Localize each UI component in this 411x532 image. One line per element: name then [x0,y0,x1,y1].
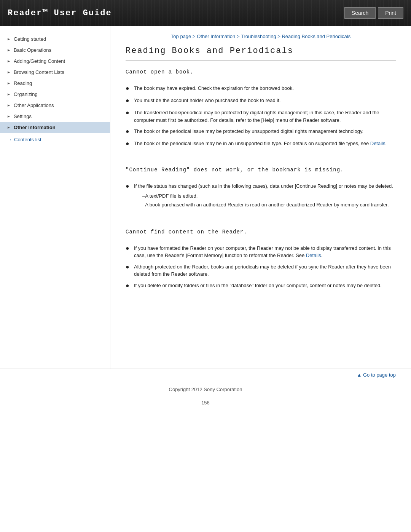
search-button[interactable]: Search [344,7,376,19]
list-item: ● Although protected on the Reader, book… [126,263,396,278]
bullet-icon: ● [126,127,132,136]
sidebar-item-label: Reading [14,80,32,86]
section-title-cannot-find-content: Cannot find content on the Reader. [126,229,396,239]
sidebar-item-organizing[interactable]: ► Organizing [0,89,110,100]
list-item: ● The book may have expired. Check the e… [126,85,396,93]
section-cannot-find-content: Cannot find content on the Reader. ● If … [126,229,396,301]
sub-list-continue-reading: A text/PDF file is edited. A book purcha… [142,192,393,209]
bullet-list-cannot-find-content: ● If you have formatted the Reader on yo… [126,244,396,290]
details-link-2[interactable]: Details [306,252,321,258]
breadcrumb: Top page > Other Information > Troublesh… [126,34,396,39]
bullet-icon: ● [126,139,132,148]
chevron-right-icon: ► [7,103,11,107]
bullet-icon: ● [126,244,132,253]
bullet-text: Although protected on the Reader, books … [134,263,396,278]
bullet-text: The transferred book/periodical may be p… [134,109,396,124]
breadcrumb-troubleshooting[interactable]: Troubleshooting [241,34,276,39]
bullet-text: If you have formatted the Reader on your… [134,244,396,259]
breadcrumb-current[interactable]: Reading Books and Periodicals [282,34,350,39]
arrow-right-icon: → [7,137,12,142]
bullet-text: The book or the periodical issue may be … [134,140,387,147]
list-item: ● The book or the periodical issue may b… [126,140,396,148]
chevron-right-icon: ► [7,114,11,118]
bullet-icon: ● [126,96,132,105]
sidebar-item-label: Other Information [14,125,56,130]
page-title: Reading Books and Periodicals [126,46,396,61]
list-item: ● You must be the account holder who pur… [126,97,396,105]
sidebar-item-settings[interactable]: ► Settings [0,111,110,122]
bullet-icon: ● [126,84,132,93]
chevron-right-icon: ► [7,37,11,41]
page-number: 156 [0,396,411,409]
sidebar: ► Getting started ► Basic Operations ► A… [0,26,110,369]
section-cannot-open-book: Cannot open a book. ● The book may have … [126,69,396,159]
bullet-text: If the file status has changed (such as … [134,182,393,210]
go-to-top-link[interactable]: ▲ Go to page top [357,372,396,378]
bullet-list-cannot-open-book: ● The book may have expired. Check the e… [126,85,396,148]
sidebar-item-other-applications[interactable]: ► Other Applications [0,100,110,111]
chevron-right-icon: ► [7,125,11,129]
chevron-right-icon: ► [7,48,11,52]
chevron-right-icon: ► [7,92,11,96]
sidebar-item-getting-started[interactable]: ► Getting started [0,34,110,45]
sidebar-item-label: Adding/Getting Content [14,58,65,64]
list-item: ● The transferred book/periodical may be… [126,109,396,124]
section-title-continue-reading: "Continue Reading" does not work, or the… [126,167,396,177]
sub-list-item: A text/PDF file is edited. [142,192,393,200]
sidebar-item-label: Settings [14,113,32,119]
main-layout: ► Getting started ► Basic Operations ► A… [0,26,411,369]
bullet-text: You must be the account holder who purch… [134,97,280,104]
sub-list-item: A book purchased with an authorized Read… [142,201,393,209]
bullet-text: The book or the periodical issue may be … [134,128,363,135]
contents-list-link[interactable]: → Contents list [0,133,110,145]
sidebar-item-label: Basic Operations [14,47,51,53]
print-button[interactable]: Print [378,7,403,19]
sidebar-item-other-information[interactable]: ► Other Information [0,122,110,133]
header: Reader™ User Guide Search Print [0,0,411,26]
footer: Copyright 2012 Sony Corporation [0,381,411,396]
breadcrumb-sep1: > [191,34,197,39]
breadcrumb-other-info[interactable]: Other Information [197,34,235,39]
bullet-icon: ● [126,182,132,191]
breadcrumb-sep3: > [276,34,282,39]
bullet-icon: ● [126,281,132,290]
chevron-right-icon: ► [7,81,11,85]
sidebar-item-label: Organizing [14,91,38,97]
sidebar-item-browsing-content-lists[interactable]: ► Browsing Content Lists [0,67,110,78]
content-area: Top page > Other Information > Troublesh… [110,26,411,369]
header-buttons: Search Print [344,7,403,19]
bullet-icon: ● [126,108,132,117]
chevron-right-icon: ► [7,70,11,74]
list-item: ● The book or the periodical issue may b… [126,128,396,136]
copyright-text: Copyright 2012 Sony Corporation [169,387,242,392]
list-item: ● If the file status has changed (such a… [126,182,396,210]
list-item: ● If you have formatted the Reader on yo… [126,244,396,259]
go-to-top-bar: ▲ Go to page top [0,369,411,381]
section-continue-reading: "Continue Reading" does not work, or the… [126,167,396,221]
app-title: Reader™ User Guide [8,8,112,18]
sidebar-item-adding-getting-content[interactable]: ► Adding/Getting Content [0,56,110,67]
bullet-icon: ● [126,262,132,272]
breadcrumb-sep2: > [235,34,241,39]
sidebar-item-reading[interactable]: ► Reading [0,78,110,89]
sidebar-item-basic-operations[interactable]: ► Basic Operations [0,45,110,56]
breadcrumb-top-page[interactable]: Top page [171,34,191,39]
sidebar-item-label: Getting started [14,36,46,42]
details-link-1[interactable]: Details [370,141,386,146]
sidebar-item-label: Browsing Content Lists [14,69,64,75]
sidebar-item-label: Other Applications [14,102,54,108]
bullet-list-continue-reading: ● If the file status has changed (such a… [126,182,396,210]
section-title-cannot-open-book: Cannot open a book. [126,69,396,79]
contents-list-label: Contents list [14,137,41,142]
bullet-text: If you delete or modify folders or files… [134,282,382,289]
chevron-right-icon: ► [7,59,11,63]
bullet-text: The book may have expired. Check the exp… [134,85,294,92]
list-item: ● If you delete or modify folders or fil… [126,282,396,290]
